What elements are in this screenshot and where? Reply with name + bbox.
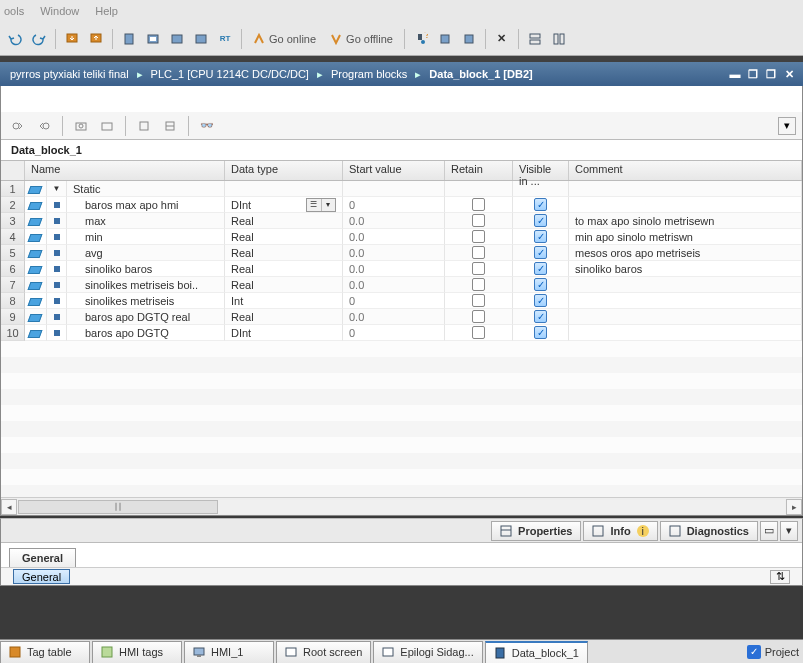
compile-icon[interactable] — [118, 28, 140, 50]
scroll-thumb[interactable]: ∥∥ — [18, 500, 218, 514]
table-row[interactable]: 9baros apo DGTQ realReal0.0✓ — [1, 309, 802, 325]
retain-checkbox[interactable] — [472, 214, 485, 227]
tab-diagnostics[interactable]: Diagnostics — [660, 521, 758, 541]
visible-checkbox[interactable]: ✓ — [534, 230, 547, 243]
var-name[interactable]: sinolikes metriseis boi.. — [67, 277, 225, 293]
table-row[interactable]: 5avgReal0.0✓mesos oros apo metriseis — [1, 245, 802, 261]
var-comment[interactable]: min apo sinolo metriswn — [569, 229, 802, 245]
device-icon[interactable] — [142, 28, 164, 50]
var-start[interactable]: 0.0 — [343, 213, 445, 229]
close-icon[interactable]: ✕ — [781, 67, 797, 81]
stop-icon[interactable] — [434, 28, 456, 50]
rt-icon[interactable]: RT — [214, 28, 236, 50]
var-type[interactable]: Int — [225, 293, 343, 309]
visible-checkbox[interactable]: ✓ — [534, 326, 547, 339]
btab-tagtable[interactable]: Tag table — [0, 641, 90, 663]
var-start[interactable]: 0.0 — [343, 261, 445, 277]
inspector-expand-icon[interactable]: ▾ — [780, 521, 798, 541]
var-comment[interactable] — [569, 293, 802, 309]
retain-checkbox[interactable] — [472, 278, 485, 291]
expand-icon[interactable] — [133, 115, 155, 137]
table-row[interactable]: 2baros max apo hmiDInt☰▾0✓ — [1, 197, 802, 213]
crumb-plc[interactable]: PLC_1 [CPU 1214C DC/DC/DC] — [147, 68, 313, 80]
menu-bar[interactable]: ools Window Help — [0, 0, 803, 22]
var-comment[interactable]: to max apo sinolo metrisewn — [569, 213, 802, 229]
var-start[interactable]: 0 — [343, 293, 445, 309]
var-type[interactable]: DInt — [225, 325, 343, 341]
table-row[interactable]: 1▼Static — [1, 181, 802, 197]
general-selected-item[interactable]: General — [13, 569, 70, 584]
visible-checkbox[interactable]: ✓ — [534, 278, 547, 291]
var-name[interactable]: baros apo DGTQ — [67, 325, 225, 341]
var-name[interactable]: baros max apo hmi — [67, 197, 225, 213]
snapshot-icon[interactable] — [70, 115, 92, 137]
tab-info[interactable]: Info i — [583, 521, 657, 541]
visible-checkbox[interactable]: ✓ — [534, 246, 547, 259]
undo-icon[interactable] — [4, 28, 26, 50]
var-name[interactable]: min — [67, 229, 225, 245]
table-row[interactable]: 4minReal0.0✓min apo sinolo metriswn — [1, 229, 802, 245]
menu-tools[interactable]: ools — [4, 5, 24, 17]
btab-hmi1[interactable]: HMI_1 — [184, 641, 274, 663]
var-type[interactable]: Real — [225, 245, 343, 261]
retain-checkbox[interactable] — [472, 198, 485, 211]
simulate-icon[interactable] — [166, 28, 188, 50]
retain-checkbox[interactable] — [472, 310, 485, 323]
go-online-button[interactable]: Go online — [247, 28, 322, 50]
maximize-icon[interactable]: ❐ — [763, 67, 779, 81]
scroll-left-icon[interactable]: ◂ — [1, 499, 17, 515]
var-type[interactable]: DInt☰▾ — [225, 197, 343, 213]
table-row[interactable]: 10baros apo DGTQDInt0✓ — [1, 325, 802, 341]
btab-epilogi[interactable]: Epilogi Sidag... — [373, 641, 482, 663]
var-comment[interactable] — [569, 277, 802, 293]
var-comment[interactable]: sinoliko baros — [569, 261, 802, 277]
upload-icon[interactable] — [85, 28, 107, 50]
download-icon[interactable] — [61, 28, 83, 50]
visible-checkbox[interactable]: ✓ — [534, 294, 547, 307]
general-nav-tool-icon[interactable]: ⇅ — [770, 570, 790, 584]
btab-db[interactable]: Data_block_1 — [485, 641, 588, 663]
var-name[interactable]: sinolikes metriseis — [67, 293, 225, 309]
hmi-sim-icon[interactable] — [190, 28, 212, 50]
block-tool-2-icon[interactable] — [33, 115, 55, 137]
var-name[interactable]: avg — [67, 245, 225, 261]
inspector-collapse-icon[interactable]: ▭ — [760, 521, 778, 541]
table-row[interactable]: 6sinoliko barosReal0.0✓sinoliko baros — [1, 261, 802, 277]
var-type[interactable]: Real — [225, 261, 343, 277]
var-name[interactable]: sinoliko baros — [67, 261, 225, 277]
horizontal-scrollbar[interactable]: ◂ ∥∥ ▸ — [1, 497, 802, 515]
var-type[interactable]: Real — [225, 229, 343, 245]
col-comment[interactable]: Comment — [569, 161, 802, 180]
monitor-icon[interactable]: 👓 — [196, 115, 218, 137]
var-name[interactable]: baros apo DGTQ real — [67, 309, 225, 325]
accessible-devices-icon[interactable]: ? — [410, 28, 432, 50]
menu-help[interactable]: Help — [95, 5, 118, 17]
visible-checkbox[interactable]: ✓ — [534, 198, 547, 211]
crumb-db[interactable]: Data_block_1 [DB2] — [425, 68, 536, 80]
var-type[interactable]: Real — [225, 277, 343, 293]
var-comment[interactable] — [569, 309, 802, 325]
var-name[interactable]: max — [67, 213, 225, 229]
split-h-icon[interactable] — [524, 28, 546, 50]
menu-window[interactable]: Window — [40, 5, 79, 17]
retain-checkbox[interactable] — [472, 326, 485, 339]
col-startvalue[interactable]: Start value — [343, 161, 445, 180]
expand-icon[interactable]: ▼ — [47, 181, 67, 197]
var-comment[interactable] — [569, 325, 802, 341]
collapse-icon[interactable] — [159, 115, 181, 137]
visible-checkbox[interactable]: ✓ — [534, 214, 547, 227]
block-toolbar-menu-icon[interactable]: ▾ — [778, 117, 796, 135]
restore-icon[interactable]: ❐ — [745, 67, 761, 81]
var-start[interactable]: 0 — [343, 197, 445, 213]
go-offline-button[interactable]: Go offline — [324, 28, 399, 50]
retain-checkbox[interactable] — [472, 246, 485, 259]
var-type[interactable]: Real — [225, 309, 343, 325]
redo-icon[interactable] — [28, 28, 50, 50]
crumb-project[interactable]: pyrros ptyxiaki teliki final — [6, 68, 133, 80]
var-type[interactable]: Real — [225, 213, 343, 229]
table-row[interactable]: 7sinolikes metriseis boi..Real0.0✓ — [1, 277, 802, 293]
minimize-icon[interactable]: ▬ — [727, 67, 743, 81]
tab-properties[interactable]: Properties — [491, 521, 581, 541]
var-start[interactable]: 0 — [343, 325, 445, 341]
col-retain[interactable]: Retain — [445, 161, 513, 180]
